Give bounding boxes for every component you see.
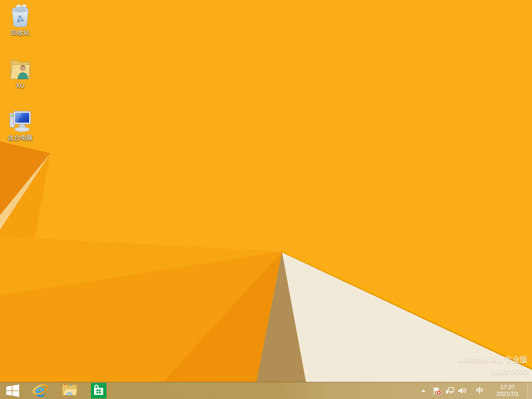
volume-icon [457, 387, 467, 395]
tray-show-hidden-icons-button[interactable] [419, 382, 428, 399]
chevron-up-icon [420, 387, 427, 394]
desktop-icon-recycle-bin[interactable]: 回收站 [0, 3, 41, 36]
desktop-icon-label: 这台电脑 [8, 135, 33, 141]
user-folder-icon [9, 55, 32, 81]
desktop-icon-label: 回收站 [11, 30, 30, 36]
desktop-icon-label: XU [16, 83, 25, 89]
taskbar-file-explorer-button[interactable] [55, 382, 84, 399]
store-icon [91, 383, 107, 398]
tray-volume-button[interactable] [457, 382, 468, 399]
system-tray: 中 17:37 2021/7/1 [419, 382, 532, 399]
ime-indicator-label: 中 [476, 386, 483, 395]
desktop-icon-user-folder[interactable]: XU [0, 55, 41, 89]
flag-icon [432, 387, 442, 395]
windows-logo-icon [6, 384, 20, 397]
watermark-build: Build 9600 [458, 365, 528, 377]
start-button[interactable] [0, 382, 26, 399]
this-pc-icon [8, 110, 32, 133]
tray-ime-button[interactable]: 中 [475, 382, 484, 399]
taskbar: e [0, 382, 532, 399]
desktop: 回收站 XU 这台电脑 [0, 0, 532, 399]
tray-clock-button[interactable]: 17:37 2021/7/1 [489, 382, 526, 399]
show-desktop-strip[interactable] [527, 382, 532, 399]
taskbar-internet-explorer-button[interactable]: e [26, 382, 55, 399]
taskbar-store-button[interactable] [84, 382, 113, 399]
watermark: Windows 8.1 专业版 Build 9600 [458, 353, 528, 377]
tray-date: 2021/7/1 [497, 391, 519, 397]
tray-action-center-button[interactable] [432, 382, 442, 399]
recycle-bin-icon [9, 3, 32, 28]
internet-explorer-icon: e [32, 383, 49, 398]
tray-network-button[interactable] [445, 382, 455, 399]
desktop-icon-this-pc[interactable]: 这台电脑 [0, 110, 41, 141]
tray-time: 17:37 [500, 384, 515, 391]
wallpaper [0, 0, 532, 399]
file-explorer-icon [61, 383, 78, 398]
network-icon [445, 387, 455, 395]
watermark-edition: Windows 8.1 专业版 [458, 353, 528, 365]
